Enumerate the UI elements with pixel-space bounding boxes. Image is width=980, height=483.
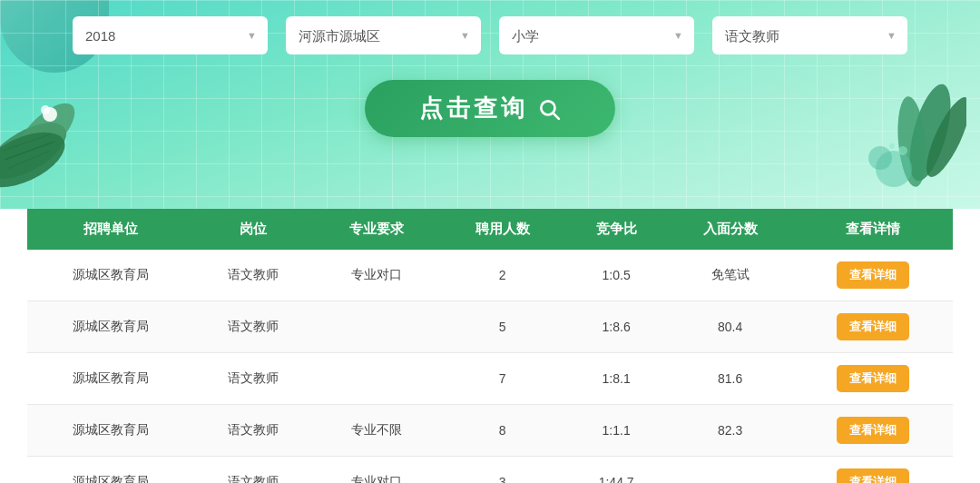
detail-cell-3: 查看详细	[793, 405, 953, 457]
detail-button-0[interactable]: 查看详细	[837, 261, 909, 289]
col-header-detail: 查看详情	[793, 209, 953, 250]
region-select[interactable]: 河源市源城区	[286, 16, 481, 54]
cell-0-0: 源城区教育局	[27, 250, 193, 301]
year-select[interactable]: 2018 2019 2020	[73, 16, 268, 54]
table-header: 招聘单位 岗位 专业要求 聘用人数 竞争比 入面分数 查看详情	[27, 209, 953, 250]
cell-1-0: 源城区教育局	[27, 301, 193, 353]
table-row: 源城区教育局语文教师71:8.181.6查看详细	[27, 353, 953, 405]
table-body: 源城区教育局语文教师专业对口21:0.5免笔试查看详细源城区教育局语文教师51:…	[27, 250, 953, 483]
search-btn-container: 点击查询	[365, 80, 615, 137]
cell-1-5: 80.4	[667, 301, 793, 353]
col-header-major: 专业要求	[313, 209, 439, 250]
col-header-score: 入面分数	[667, 209, 793, 250]
cell-2-2	[313, 353, 439, 405]
plant-right-decoration	[821, 60, 966, 209]
svg-point-9	[41, 105, 50, 114]
cell-3-4: 1:1.1	[565, 405, 667, 457]
cell-2-5: 81.6	[667, 353, 793, 405]
detail-button-1[interactable]: 查看详细	[837, 313, 909, 340]
cell-2-3: 7	[439, 353, 565, 405]
cell-1-2	[313, 301, 439, 353]
cell-1-4: 1:8.6	[565, 301, 667, 353]
cell-4-3: 3	[439, 457, 565, 484]
detail-cell-0: 查看详细	[793, 250, 953, 301]
svg-point-15	[898, 146, 907, 155]
search-icon	[537, 97, 561, 121]
svg-line-1	[554, 113, 559, 118]
table-section: 招聘单位 岗位 专业要求 聘用人数 竞争比 入面分数 查看详情 源城区教育局语文…	[0, 209, 980, 483]
results-table: 招聘单位 岗位 专业要求 聘用人数 竞争比 入面分数 查看详情 源城区教育局语文…	[27, 209, 953, 483]
cell-4-4: 1:44.7	[565, 457, 667, 484]
table-row: 源城区教育局语文教师专业不限81:1.182.3查看详细	[27, 405, 953, 457]
banner-section: 2018 2019 2020 河源市源城区 小学 中学 语文教师 数学教师 点	[0, 0, 980, 209]
detail-cell-4: 查看详细	[793, 457, 953, 484]
cell-3-3: 8	[439, 405, 565, 457]
cell-0-1: 语文教师	[193, 250, 313, 301]
cell-0-4: 1:0.5	[565, 250, 667, 301]
cell-3-5: 82.3	[667, 405, 793, 457]
cell-0-2: 专业对口	[313, 250, 439, 301]
filter-row: 2018 2019 2020 河源市源城区 小学 中学 语文教师 数学教师	[73, 16, 907, 54]
cell-2-0: 源城区教育局	[27, 353, 193, 405]
cell-1-3: 5	[439, 301, 565, 353]
plant-left-decoration	[0, 60, 127, 209]
cell-1-1: 语文教师	[193, 301, 313, 353]
table-row: 源城区教育局语文教师专业对口31:44.7查看详细	[27, 457, 953, 484]
cell-0-5: 免笔试	[667, 250, 793, 301]
svg-point-16	[889, 143, 895, 149]
position-select[interactable]: 语文教师 数学教师	[712, 16, 907, 54]
cell-3-1: 语文教师	[193, 405, 313, 457]
table-row: 源城区教育局语文教师51:8.680.4查看详细	[27, 301, 953, 353]
cell-2-4: 1:8.1	[565, 353, 667, 405]
detail-cell-1: 查看详细	[793, 301, 953, 353]
col-header-post: 岗位	[193, 209, 313, 250]
cell-4-5	[667, 457, 793, 484]
cell-4-2: 专业对口	[313, 457, 439, 484]
col-header-ratio: 竞争比	[565, 209, 667, 250]
detail-button-2[interactable]: 查看详细	[837, 365, 909, 392]
cell-4-1: 语文教师	[193, 457, 313, 484]
search-button[interactable]: 点击查询	[365, 80, 615, 137]
search-button-label: 点击查询	[419, 93, 528, 124]
detail-cell-2: 查看详细	[793, 353, 953, 405]
level-select[interactable]: 小学 中学	[499, 16, 694, 54]
cell-3-2: 专业不限	[313, 405, 439, 457]
cell-0-3: 2	[439, 250, 565, 301]
col-header-count: 聘用人数	[439, 209, 565, 250]
year-filter-wrap: 2018 2019 2020	[73, 16, 268, 54]
cell-2-1: 语文教师	[193, 353, 313, 405]
cell-3-0: 源城区教育局	[27, 405, 193, 457]
detail-button-4[interactable]: 查看详细	[837, 468, 909, 483]
col-header-unit: 招聘单位	[27, 209, 193, 250]
table-row: 源城区教育局语文教师专业对口21:0.5免笔试查看详细	[27, 250, 953, 301]
position-filter-wrap: 语文教师 数学教师	[712, 16, 907, 54]
level-filter-wrap: 小学 中学	[499, 16, 694, 54]
detail-button-3[interactable]: 查看详细	[837, 417, 909, 444]
svg-point-14	[868, 146, 892, 170]
cell-4-0: 源城区教育局	[27, 457, 193, 484]
region-filter-wrap: 河源市源城区	[286, 16, 481, 54]
